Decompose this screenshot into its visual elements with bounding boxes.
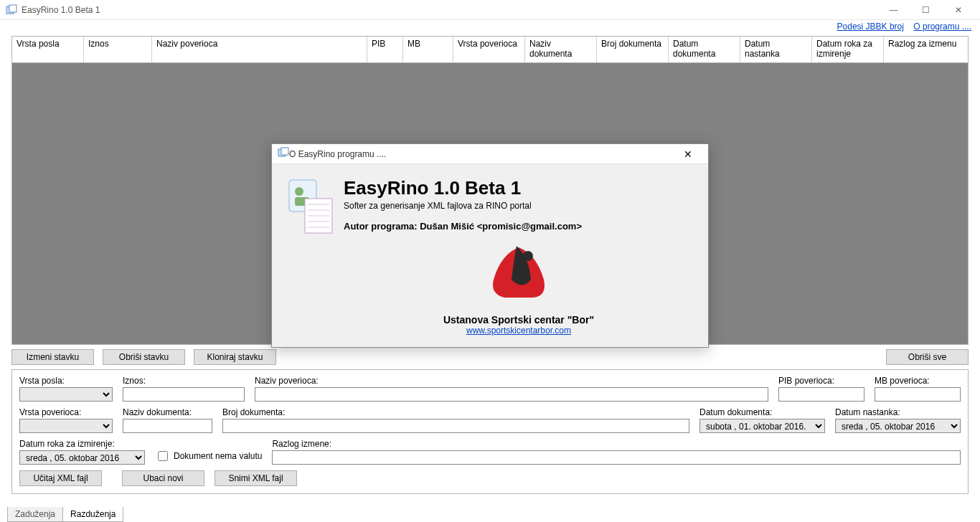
dialog-subtitle: Softer za generisanje XML fajlova za RIN… bbox=[344, 201, 694, 211]
dialog-title: O EasyRino programu .... bbox=[289, 149, 674, 159]
maximize-button[interactable]: ☐ bbox=[910, 0, 942, 20]
dialog-org-link[interactable]: www.sportskicentarbor.com bbox=[466, 326, 571, 336]
snimi-xml-button[interactable]: Snimi XML fajl bbox=[215, 470, 297, 486]
mb-poverioca-label: MB poverioca: bbox=[875, 376, 961, 386]
dialog-titlebar: O EasyRino programu .... ✕ bbox=[272, 144, 708, 164]
svg-point-5 bbox=[295, 187, 303, 196]
ubaci-novi-button[interactable]: Ubaci novi bbox=[122, 470, 204, 486]
grid-buttons: Izmeni stavku Obriši stavku Kloniraj sta… bbox=[11, 349, 969, 365]
svg-point-13 bbox=[523, 251, 533, 261]
izmeni-stavku-button[interactable]: Izmeni stavku bbox=[11, 349, 94, 365]
datum-nastanka-select[interactable]: sreda , 05. oktobar 2016 bbox=[835, 419, 961, 433]
dialog-app-icon bbox=[278, 147, 289, 161]
col-vrsta-poverioca[interactable]: Vrsta poverioca bbox=[453, 37, 525, 62]
nema-valutu-label: Dokument nema valutu bbox=[174, 451, 262, 461]
col-broj-dokumenta[interactable]: Broj dokumenta bbox=[597, 37, 669, 62]
dialog-close-button[interactable]: ✕ bbox=[674, 144, 702, 164]
broj-dokumenta-label: Broj dokumenta: bbox=[222, 407, 689, 417]
dialog-author: Autor programa: Dušan Mišić <promisic@gm… bbox=[344, 221, 694, 232]
svg-rect-1 bbox=[9, 5, 17, 12]
minimize-button[interactable]: — bbox=[877, 0, 910, 20]
dialog-org: Ustanova Sportski centar "Bor" bbox=[344, 314, 694, 326]
podesi-jbbk-link[interactable]: Podesi JBBK broj bbox=[837, 22, 904, 32]
window-title: EasyRino 1.0 Beta 1 bbox=[22, 5, 877, 15]
naziv-dokumenta-label: Naziv dokumenta: bbox=[123, 407, 212, 417]
o-programu-link[interactable]: O programu .... bbox=[913, 22, 971, 32]
org-logo bbox=[344, 240, 694, 307]
about-dialog: O EasyRino programu .... ✕ EasyRino 1.0 … bbox=[271, 143, 709, 348]
datum-roka-select[interactable]: sreda , 05. oktobar 2016 bbox=[19, 450, 145, 465]
tab-razduzenja[interactable]: Razduženja bbox=[62, 507, 123, 522]
datum-nastanka-label: Datum nastanka: bbox=[835, 407, 961, 417]
grid-header: Vrsta posla Iznos Naziv poverioca PIB MB… bbox=[12, 37, 968, 63]
col-iznos[interactable]: Iznos bbox=[84, 37, 152, 62]
window-controls: — ☐ ✕ bbox=[877, 0, 974, 20]
kloniraj-stavku-button[interactable]: Kloniraj stavku bbox=[194, 349, 276, 365]
col-datum-nastanka[interactable]: Datum nastanka bbox=[740, 37, 812, 62]
titlebar: EasyRino 1.0 Beta 1 — ☐ ✕ bbox=[0, 0, 980, 20]
naziv-poverioca-input[interactable] bbox=[255, 387, 768, 402]
link-bar: Podesi JBBK broj O programu .... bbox=[0, 20, 980, 33]
col-naziv-dokumenta[interactable]: Naziv dokumenta bbox=[525, 37, 597, 62]
col-datum-dokumenta[interactable]: Datum dokumenta bbox=[669, 37, 740, 62]
col-vrsta-posla[interactable]: Vrsta posla bbox=[12, 37, 84, 62]
iznos-label: Iznos: bbox=[123, 376, 245, 386]
razlog-izmene-label: Razlog izmene: bbox=[272, 439, 961, 449]
app-icon bbox=[6, 4, 17, 16]
naziv-poverioca-label: Naziv poverioca: bbox=[255, 376, 768, 386]
svg-rect-3 bbox=[281, 148, 288, 155]
pib-poverioca-label: PIB poverioca: bbox=[778, 376, 864, 386]
col-naziv-poverioca[interactable]: Naziv poverioca bbox=[152, 37, 367, 62]
col-razlog-izmenu[interactable]: Razlog za izmenu bbox=[884, 37, 968, 62]
mb-poverioca-input[interactable] bbox=[875, 387, 961, 402]
dialog-heading: EasyRino 1.0 Beta 1 bbox=[344, 177, 694, 199]
broj-dokumenta-input[interactable] bbox=[222, 419, 689, 433]
obrisi-stavku-button[interactable]: Obriši stavku bbox=[103, 349, 185, 365]
dialog-icon bbox=[286, 177, 344, 336]
vrsta-posla-select[interactable] bbox=[19, 387, 113, 402]
datum-dokumenta-label: Datum dokumenta: bbox=[699, 407, 825, 417]
datum-dokumenta-select[interactable]: subota , 01. oktobar 2016. bbox=[699, 419, 825, 433]
iznos-input[interactable] bbox=[123, 387, 245, 402]
pib-poverioca-input[interactable] bbox=[778, 387, 864, 402]
col-mb[interactable]: MB bbox=[403, 37, 453, 62]
vrsta-poverioca-select[interactable] bbox=[19, 419, 113, 433]
ucitaj-xml-button[interactable]: Učitaj XML fajl bbox=[19, 470, 102, 486]
obrisi-sve-button[interactable]: Obriši sve bbox=[886, 349, 969, 365]
form-panel: Vrsta posla: Iznos: Naziv poverioca: PIB… bbox=[11, 369, 969, 494]
close-button[interactable]: ✕ bbox=[942, 0, 974, 20]
col-datum-roka[interactable]: Datum roka za izmirenje bbox=[812, 37, 884, 62]
bottom-tabs: Zaduženja Razduženja bbox=[7, 507, 123, 522]
col-pib[interactable]: PIB bbox=[367, 37, 403, 62]
vrsta-posla-label: Vrsta posla: bbox=[19, 376, 113, 386]
vrsta-poverioca-label: Vrsta poverioca: bbox=[19, 407, 113, 417]
nema-valutu-checkbox[interactable] bbox=[158, 451, 168, 461]
tab-zaduzenja[interactable]: Zaduženja bbox=[7, 507, 63, 522]
razlog-izmene-input[interactable] bbox=[272, 450, 961, 465]
datum-roka-label: Datum roka za izmirenje: bbox=[19, 439, 145, 449]
naziv-dokumenta-input[interactable] bbox=[123, 419, 212, 433]
